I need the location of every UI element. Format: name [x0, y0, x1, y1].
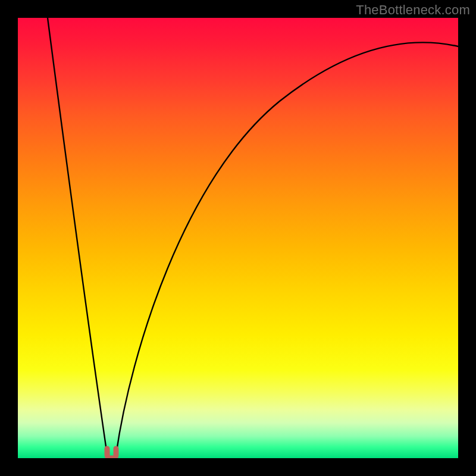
curve-left-branch	[48, 18, 107, 455]
plot-area	[18, 18, 458, 458]
bottleneck-curve	[18, 18, 458, 458]
curve-right-branch	[116, 42, 458, 455]
minimum-marker	[107, 449, 116, 458]
attribution-text: TheBottleneck.com	[356, 2, 470, 18]
